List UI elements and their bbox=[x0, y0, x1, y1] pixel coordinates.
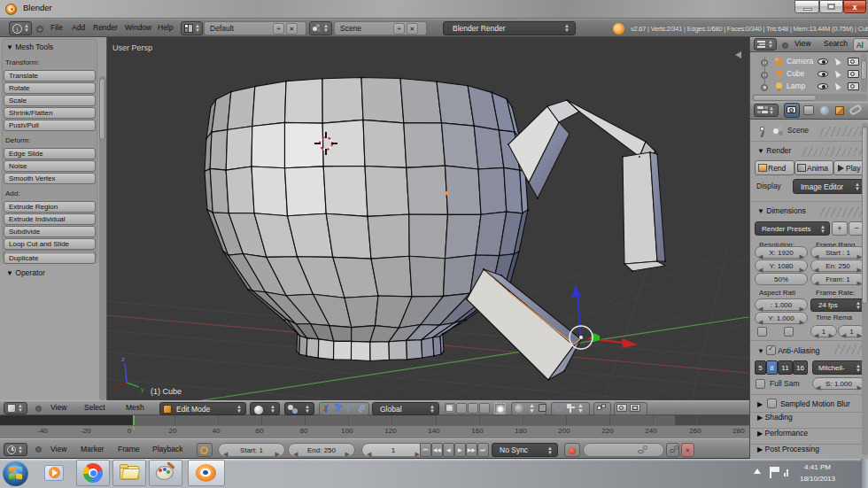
svg-text:y: y bbox=[141, 385, 144, 393]
svg-text:User Persp: User Persp bbox=[112, 43, 152, 52]
svg-text:(1) Cube: (1) Cube bbox=[151, 387, 182, 396]
svg-text:z: z bbox=[121, 355, 125, 363]
